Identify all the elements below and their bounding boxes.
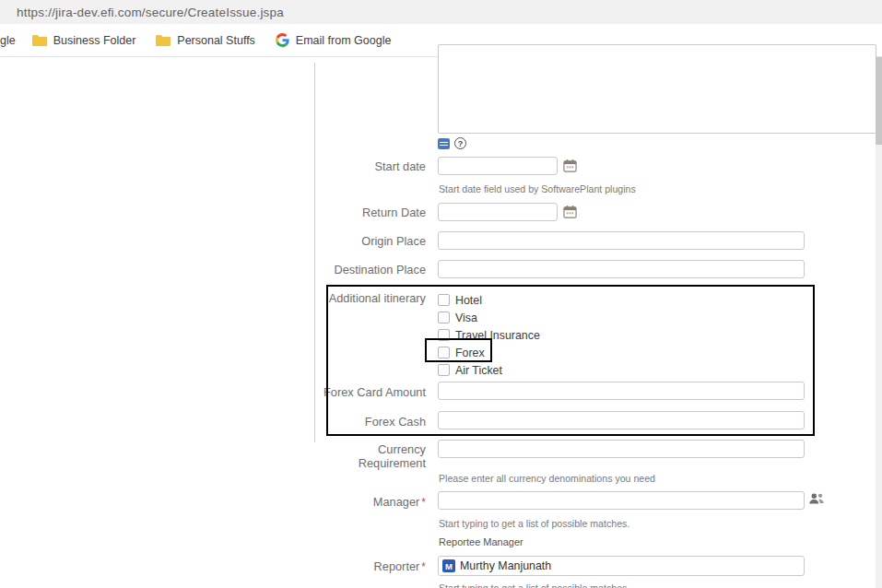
required-marker: *: [421, 496, 426, 509]
reporter-value: Murthy Manjunath: [460, 559, 551, 572]
checkbox-row-travel-insurance[interactable]: Travel Insurance: [438, 326, 540, 344]
checkbox-row-visa[interactable]: Visa: [438, 309, 477, 326]
bookmark-partial[interactable]: gle: [0, 34, 16, 47]
bookmark-personal-stuffs[interactable]: Personal Stuffs: [156, 34, 255, 47]
calendar-icon[interactable]: [563, 159, 577, 176]
manager-input[interactable]: [438, 491, 805, 510]
bookmark-label: Email from Google: [296, 34, 392, 47]
return-date-label: Return Date: [276, 206, 426, 219]
destination-place-input[interactable]: [438, 260, 805, 278]
destination-place-label: Destination Place: [276, 263, 426, 276]
scrollbar-track[interactable]: [876, 57, 882, 588]
currency-requirement-label: Currency Requirement: [334, 442, 426, 470]
origin-place-label: Origin Place: [276, 234, 426, 248]
return-date-input[interactable]: [438, 203, 558, 221]
checkbox-row-hotel[interactable]: Hotel: [438, 291, 482, 309]
bookmark-business-folder[interactable]: Business Folder: [32, 34, 136, 47]
checkbox-row-forex[interactable]: Forex: [438, 344, 485, 361]
manager-help: Start typing to get a list of possible m…: [439, 518, 629, 529]
folder-icon: [156, 34, 171, 46]
description-textarea[interactable]: [438, 44, 876, 134]
reporter-label: Reporter*: [276, 559, 426, 574]
start-date-input[interactable]: [438, 157, 558, 175]
additional-itinerary-label: Additional itinerary: [276, 291, 426, 305]
avatar: M: [442, 559, 455, 572]
start-date-help: Start date field used by SoftwarePlant p…: [439, 183, 636, 194]
checkbox-label: Hotel: [455, 294, 482, 307]
start-date-label: Start date: [276, 159, 426, 173]
reporter-input[interactable]: M Murthy Manjunath: [438, 556, 805, 576]
google-g-icon: [276, 33, 289, 47]
manager-label: Manager*: [276, 495, 426, 510]
user-group-icon[interactable]: [808, 492, 825, 509]
calendar-icon[interactable]: [563, 205, 577, 222]
currency-requirement-input[interactable]: [438, 440, 805, 458]
hotel-checkbox[interactable]: [438, 294, 450, 306]
forex-checkbox[interactable]: [438, 347, 450, 359]
forex-card-amount-input[interactable]: [438, 382, 805, 400]
air-ticket-checkbox[interactable]: [438, 364, 450, 376]
bookmark-label: Personal Stuffs: [177, 34, 255, 47]
checkbox-label: Air Ticket: [455, 364, 502, 377]
address-bar[interactable]: https://jira-dev.efi.com/secure/CreateIs…: [0, 0, 882, 24]
reportee-manager-text: Reportee Manager: [439, 536, 523, 547]
scrollbar-thumb[interactable]: [876, 57, 882, 145]
travel-insurance-checkbox[interactable]: [438, 329, 450, 341]
required-marker: *: [421, 560, 426, 573]
create-issue-form: ? Start date Start date field used by So…: [0, 57, 882, 588]
forex-card-amount-label: Forex Card Amount: [276, 385, 426, 399]
visa-checkbox[interactable]: [438, 312, 450, 323]
reporter-help: Start typing to get a list of possible m…: [439, 582, 629, 588]
help-icon[interactable]: ?: [454, 137, 466, 149]
origin-place-input[interactable]: [438, 231, 805, 250]
checkbox-row-air-ticket[interactable]: Air Ticket: [438, 361, 502, 379]
address-url[interactable]: https://jira-dev.efi.com/secure/CreateIs…: [17, 6, 284, 19]
bookmark-label: Business Folder: [53, 34, 136, 47]
checkbox-label: Forex: [455, 347, 485, 359]
bookmark-email-from-google[interactable]: Email from Google: [276, 33, 392, 47]
currency-requirement-help: Please enter all currency denominations …: [439, 473, 655, 484]
checkbox-label: Visa: [455, 312, 477, 324]
forex-cash-input[interactable]: [438, 411, 805, 429]
text-editor-icon[interactable]: [438, 138, 450, 149]
checkbox-label: Travel Insurance: [455, 329, 540, 342]
forex-cash-label: Forex Cash: [276, 415, 426, 429]
folder-icon: [32, 34, 47, 46]
